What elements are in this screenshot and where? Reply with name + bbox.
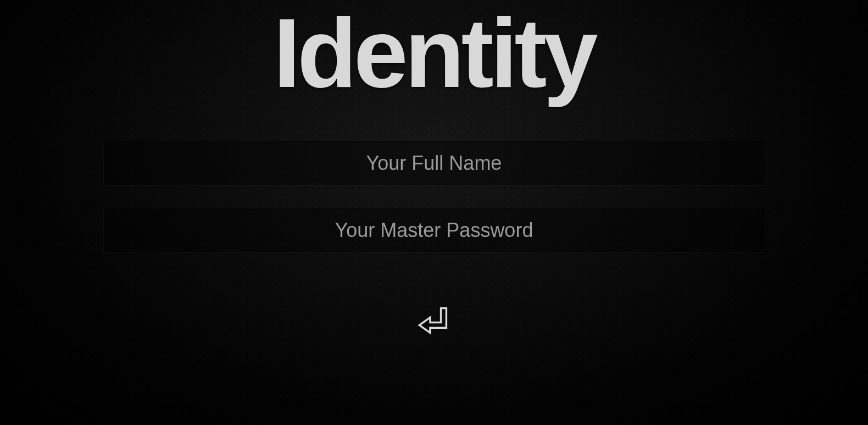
submit-button[interactable] bbox=[412, 300, 456, 344]
return-arrow-icon bbox=[415, 301, 453, 341]
full-name-input[interactable] bbox=[103, 141, 765, 186]
master-password-input[interactable] bbox=[103, 208, 765, 253]
page-title: Identity bbox=[274, 0, 595, 112]
identity-form bbox=[103, 141, 765, 253]
identity-form-container: Identity bbox=[0, 0, 868, 425]
